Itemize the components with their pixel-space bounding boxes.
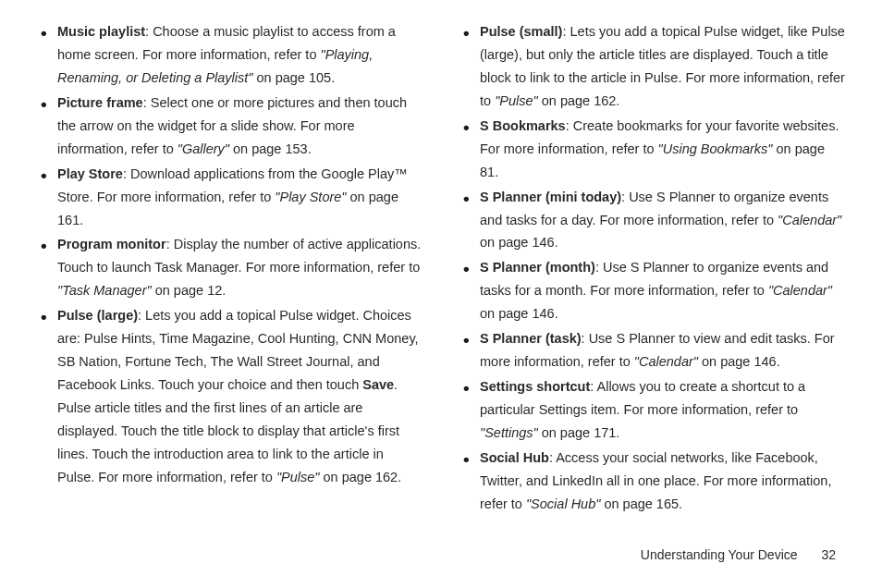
item-tail: on page 165. xyxy=(600,496,682,511)
item-title: Program monitor xyxy=(57,237,166,251)
item-ref: "Calendar" xyxy=(634,354,698,369)
item-tail: on page 105. xyxy=(252,70,335,85)
list-item: S Planner (mini today): Use S Planner to… xyxy=(459,186,845,255)
item-title: Music playlist xyxy=(57,24,145,39)
page-content: Music playlist: Choose a music playlist … xyxy=(0,0,882,536)
item-title: S Planner (mini today) xyxy=(480,190,621,204)
page-number: 32 xyxy=(821,547,836,562)
item-tail: on page 162. xyxy=(538,93,620,108)
list-item: Social Hub: Access your social networks,… xyxy=(459,447,845,516)
item-bold: Save xyxy=(362,377,394,392)
list-item: Play Store: Download applications from t… xyxy=(37,163,423,232)
item-title: Pulse (large) xyxy=(57,308,138,323)
list-item: S Planner (task): Use S Planner to view … xyxy=(459,327,845,374)
item-ref: "Social Hub" xyxy=(526,496,600,511)
item-title: Pulse (small) xyxy=(480,24,562,39)
item-title: Settings shortcut xyxy=(480,379,590,394)
item-tail: on page 146. xyxy=(480,235,558,250)
item-tail: on page 146. xyxy=(698,354,780,369)
item-tail: on page 162. xyxy=(320,470,402,484)
item-ref: "Task Manager" xyxy=(57,283,152,298)
item-body: . Pulse article titles and the first lin… xyxy=(57,377,399,484)
item-title: Play Store xyxy=(57,166,123,181)
section-title: Understanding Your Device xyxy=(641,547,798,562)
list-item: Program monitor: Display the number of a… xyxy=(37,233,423,302)
item-ref: "Pulse" xyxy=(276,470,320,484)
list-item: Settings shortcut: Allows you to create … xyxy=(459,375,845,445)
item-tail: on page 153. xyxy=(229,141,312,156)
item-tail: on page 12. xyxy=(152,283,227,298)
item-ref: "Calendar" xyxy=(778,213,841,227)
right-list: Pulse (small): Lets you add a topical Pu… xyxy=(459,20,845,516)
list-item: S Bookmarks: Create bookmarks for your f… xyxy=(459,115,845,184)
item-ref: "Pulse" xyxy=(495,93,538,108)
item-ref: "Play Store" xyxy=(275,190,346,204)
item-ref: "Calendar" xyxy=(768,283,832,298)
item-title: S Planner (month) xyxy=(480,260,595,275)
item-tail: on page 146. xyxy=(480,306,558,321)
list-item: S Planner (month): Use S Planner to orga… xyxy=(459,256,845,325)
item-title: Picture frame xyxy=(57,95,143,110)
item-title: S Planner (task) xyxy=(480,331,582,346)
left-column: Music playlist: Choose a music playlist … xyxy=(37,20,423,518)
item-ref: "Settings" xyxy=(480,425,538,440)
item-ref: "Gallery" xyxy=(178,141,229,156)
left-list: Music playlist: Choose a music playlist … xyxy=(37,20,423,489)
right-column: Pulse (small): Lets you add a topical Pu… xyxy=(459,20,845,518)
item-title: S Bookmarks xyxy=(480,118,566,133)
list-item: Pulse (small): Lets you add a topical Pu… xyxy=(459,20,845,113)
list-item: Music playlist: Choose a music playlist … xyxy=(37,20,423,90)
page-footer: Understanding Your Device 32 xyxy=(641,547,836,562)
list-item: Pulse (large): Lets you add a topical Pu… xyxy=(37,304,423,489)
item-tail: on page 171. xyxy=(538,425,620,440)
list-item: Picture frame: Select one or more pictur… xyxy=(37,92,423,161)
item-title: Social Hub xyxy=(480,450,549,465)
item-ref: "Using Bookmarks" xyxy=(658,141,773,156)
